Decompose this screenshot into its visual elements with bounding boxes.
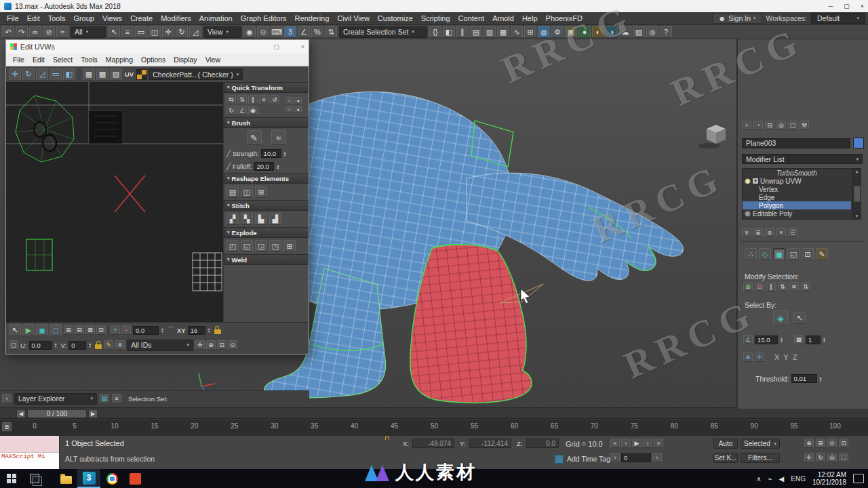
menu-item[interactable]: File <box>3 13 23 24</box>
shrink-selection-icon[interactable]: ⊟ <box>755 282 764 291</box>
edit-uvws-dialog[interactable]: Edit UVWs ▢ × FileEditSelectToolsMapping… <box>5 39 309 354</box>
modifier-list-dropdown[interactable]: Modifier List▾ <box>742 154 863 164</box>
show-end-result-icon[interactable]: ≣ <box>753 228 763 237</box>
loop-spinner-icon[interactable]: ⇅ <box>801 282 810 291</box>
qt-option-4-icon[interactable]: ● <box>294 106 302 113</box>
material-id-dropdown[interactable]: All IDs▾ <box>127 340 193 351</box>
explode-by-face-icon[interactable]: ◲ <box>255 240 267 252</box>
help-search-icon[interactable]: ? <box>660 26 672 38</box>
menu-item[interactable]: Create <box>126 13 157 24</box>
qt-align-to-edge-icon[interactable]: ∠ <box>237 106 247 115</box>
ring-spinner-icon[interactable]: ⇅ <box>778 282 787 291</box>
qt-option-3-icon[interactable]: ○ <box>285 106 293 113</box>
rectangular-selection-region-icon[interactable]: ▭ <box>135 26 147 38</box>
motion-tab-icon[interactable]: ◎ <box>776 121 786 130</box>
select-by-name-icon[interactable]: ≡ <box>121 26 134 38</box>
workspaces-dropdown[interactable]: Default▾ <box>811 13 865 24</box>
menu-item[interactable]: Arnold <box>488 13 518 24</box>
uv-mirror-icon[interactable]: ◧ <box>63 68 75 81</box>
go-to-start-button[interactable]: « <box>610 439 620 448</box>
reshape-box-icon[interactable]: ◫ <box>241 186 253 198</box>
network-icon[interactable]: ⌁ <box>768 475 772 483</box>
uv-grid-4-icon[interactable]: ⊡ <box>96 325 106 335</box>
angle-snap-icon[interactable]: ∠ <box>298 26 310 38</box>
planar-angle-icon[interactable]: ∠ <box>743 335 753 344</box>
reshape-planar-icon[interactable]: ⊞ <box>255 186 267 198</box>
falloff-field[interactable]: 20.0 <box>254 162 274 171</box>
window-crossing-icon[interactable]: ◫ <box>149 26 161 38</box>
stack-item-unwrap-uvw[interactable]: ▾ Unwrap UVW <box>743 177 851 185</box>
open-autodesk-app-icon[interactable]: ▧ <box>633 26 645 38</box>
uvw-menu-item[interactable]: Edit <box>28 55 49 64</box>
render-iterative-icon[interactable]: ◐ <box>592 26 604 38</box>
uv-move-icon[interactable]: ✛ <box>9 68 21 81</box>
u-spinner[interactable]: ▲▼ <box>54 342 59 348</box>
open-mini-curve-editor-icon[interactable]: ≣ <box>2 422 12 432</box>
paint-brush-icon[interactable]: ✎ <box>247 130 262 145</box>
explode-flatten-icon[interactable]: ◰ <box>226 240 239 252</box>
layer-stack-icon[interactable]: ▤ <box>100 394 109 403</box>
remove-modifier-icon[interactable]: × <box>776 228 786 237</box>
maximize-viewport-icon[interactable]: ⛶ <box>839 453 848 462</box>
app-button-red[interactable] <box>123 469 146 488</box>
axis-toggle[interactable]: Z <box>793 353 797 361</box>
stitch-target-icon[interactable]: ▟ <box>269 213 281 225</box>
utilities-tab-icon[interactable]: ⚒ <box>800 121 809 130</box>
qt-linear-align-icon[interactable]: ≡ <box>259 95 269 104</box>
create-tab-icon[interactable]: + <box>742 121 751 130</box>
angle-spinner[interactable]: ▲▼ <box>780 337 785 342</box>
uvw-menu-item[interactable]: File <box>9 55 28 64</box>
uv-subtract-icon[interactable]: − <box>121 325 131 335</box>
menu-item[interactable]: Civil View <box>333 13 373 24</box>
align-plus-icon[interactable]: ✛ <box>755 352 764 362</box>
uvw-menu-item[interactable]: Options <box>137 55 170 64</box>
uv-freeform-icon[interactable]: ▭ <box>50 68 62 81</box>
chrome-button[interactable] <box>100 469 123 488</box>
auto-key-button[interactable]: Auto <box>713 439 738 449</box>
undo-icon[interactable]: ↶ <box>2 26 14 38</box>
menu-item[interactable]: Customize <box>374 13 417 24</box>
language-indicator[interactable]: ENG <box>791 475 806 483</box>
show-map-icon[interactable]: ▦ <box>83 68 95 81</box>
time-slider[interactable]: ◀ 0 / 100 ▶ <box>0 407 868 419</box>
use-pivot-point-center-icon[interactable]: ◉ <box>243 26 256 38</box>
percent-snap-icon[interactable]: % <box>311 26 323 38</box>
close-button[interactable]: × <box>861 3 864 9</box>
explode-by-smoothing-icon[interactable]: ◳ <box>269 240 281 252</box>
render-production-icon[interactable]: ● <box>578 26 591 38</box>
uvw-edge-select-icon[interactable]: ◇ <box>759 248 771 260</box>
uv-lock-icon[interactable] <box>95 344 102 349</box>
uv-grid-2-icon[interactable]: ⊟ <box>75 325 84 335</box>
z-coord-field[interactable]: 0.0 <box>526 439 559 448</box>
key-filters-button[interactable]: Filters... <box>741 453 780 463</box>
checker-pattern-dropdown[interactable]: CheckerPatt...( Checker )▾ <box>149 68 243 80</box>
set-key-button[interactable]: Set K... <box>713 453 738 463</box>
object-name-field[interactable]: Plane003 <box>742 138 850 148</box>
bind-to-space-warp-icon[interactable]: ≈ <box>56 26 68 38</box>
uvw-menu-item[interactable]: Tools <box>77 55 102 64</box>
selected-dropdown[interactable]: Selected▾ <box>741 439 780 449</box>
frame-back-button[interactable]: ◀ <box>16 409 26 418</box>
soft-selection-icon[interactable]: ◻ <box>9 340 18 350</box>
zoom-icon[interactable]: ⊕ <box>804 439 814 448</box>
align-icon[interactable]: ∥ <box>456 26 469 38</box>
render-in-cloud-icon[interactable]: ☁ <box>619 26 631 38</box>
file-explorer-button[interactable] <box>54 469 77 488</box>
rollout-weld[interactable]: ▾Weld <box>224 254 309 265</box>
stitch-custom-icon[interactable]: ▞ <box>226 213 239 225</box>
strength-field[interactable]: 10.0 <box>261 149 281 158</box>
snaps-toggle-icon[interactable]: 3 <box>284 26 296 38</box>
select-loop-icon[interactable]: ≋ <box>789 282 799 291</box>
qt-option-1-icon[interactable]: ○ <box>285 97 293 104</box>
uv-rotate-icon[interactable]: ↻ <box>22 68 35 81</box>
stack-scrollbar[interactable]: ▴▾ <box>852 169 861 219</box>
explode-by-material-icon[interactable]: ⊞ <box>283 240 296 252</box>
uv-cube-icon[interactable]: ◻ <box>50 324 62 336</box>
menu-item[interactable]: Scripting <box>417 13 454 24</box>
menu-item[interactable]: Animation <box>195 13 237 24</box>
v-field[interactable]: 0 <box>68 341 86 350</box>
group-spinner[interactable]: ▲▼ <box>823 337 827 342</box>
minimize-button[interactable]: ─ <box>829 3 833 9</box>
go-to-end-button[interactable]: » <box>654 439 663 448</box>
previous-key-button[interactable]: ‹ <box>610 453 620 462</box>
